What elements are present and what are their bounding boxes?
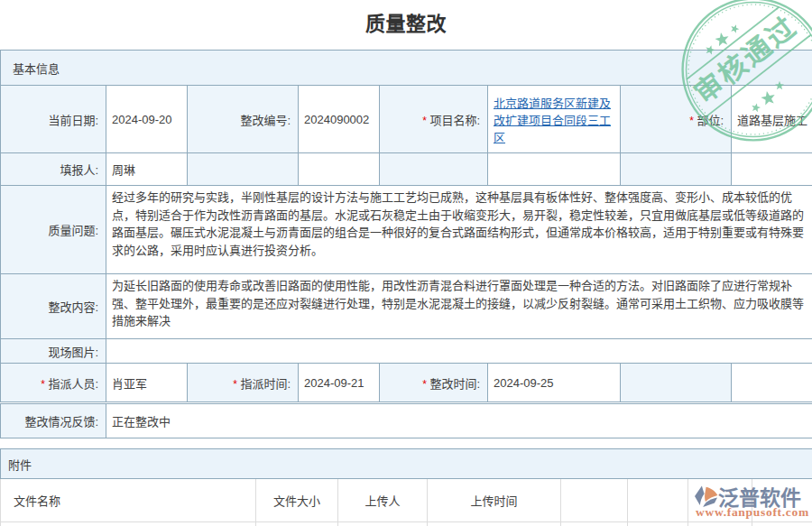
svg-text:www.fanpusoft.com: www.fanpusoft.com <box>696 505 809 519</box>
svg-text:审核通过: 审核通过 <box>688 10 803 109</box>
